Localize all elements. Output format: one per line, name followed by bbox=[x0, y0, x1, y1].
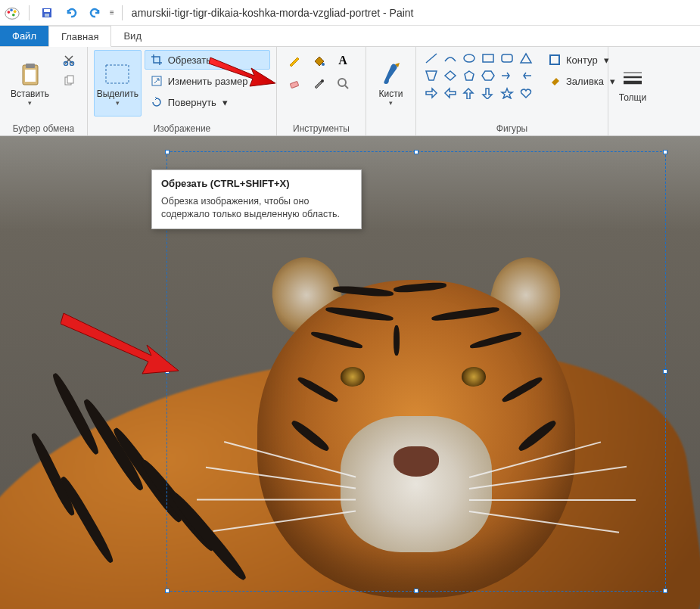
svg-marker-25 bbox=[426, 71, 437, 80]
svg-marker-39 bbox=[61, 313, 179, 374]
svg-point-2 bbox=[10, 8, 13, 11]
group-label-shapes: Фигуры bbox=[422, 122, 602, 134]
svg-rect-7 bbox=[45, 14, 49, 17]
paint-app-icon bbox=[3, 4, 21, 22]
shapes-gallery[interactable] bbox=[422, 50, 535, 101]
crop-tooltip: Обрезать (CTRL+SHIFT+X) Обрезка изображе… bbox=[151, 169, 362, 229]
titlebar: ≡ amurskii-tigr-tigr-dikaia-koshka-morda… bbox=[0, 0, 700, 26]
redo-button[interactable] bbox=[86, 3, 105, 23]
text-tool[interactable]: A bbox=[331, 50, 354, 71]
group-size: Толщи bbox=[608, 47, 657, 135]
svg-marker-27 bbox=[465, 71, 474, 80]
svg-rect-18 bbox=[290, 81, 298, 88]
svg-rect-22 bbox=[483, 54, 493, 62]
paste-button[interactable]: Вставить ▾ bbox=[6, 50, 54, 117]
undo-button[interactable] bbox=[61, 3, 81, 23]
svg-point-1 bbox=[8, 11, 11, 14]
pencil-tool[interactable] bbox=[283, 50, 306, 71]
svg-rect-23 bbox=[502, 54, 512, 62]
svg-marker-31 bbox=[464, 89, 473, 99]
annotation-arrow-crop bbox=[209, 50, 277, 88]
tooltip-body: Обрезка изображения, чтобы оно содержало… bbox=[161, 195, 352, 221]
window-title: amurskii-tigr-tigr-dikaia-koshka-morda-v… bbox=[132, 7, 414, 19]
qat-customize-dropdown[interactable]: ≡ bbox=[110, 8, 114, 17]
size-button[interactable]: Толщи bbox=[614, 50, 651, 117]
group-label-clipboard: Буфер обмена bbox=[6, 122, 81, 134]
svg-marker-24 bbox=[521, 54, 531, 63]
group-tools: A Инструменты bbox=[277, 47, 366, 135]
select-button[interactable]: Выделить ▾ bbox=[94, 50, 142, 117]
svg-marker-26 bbox=[445, 71, 456, 80]
brushes-button[interactable]: Кисти ▾ bbox=[372, 50, 409, 117]
rotate-button[interactable]: Повернуть ▾ bbox=[145, 92, 270, 112]
svg-rect-6 bbox=[44, 9, 50, 12]
tab-view[interactable]: Вид bbox=[111, 26, 154, 46]
group-label-image: Изображение bbox=[94, 122, 270, 134]
svg-point-17 bbox=[322, 63, 325, 66]
ribbon: Вставить ▾ Буфер обмена Выделить ▾ Обрез… bbox=[0, 47, 700, 136]
annotation-arrow-selection bbox=[61, 303, 182, 378]
fill-tool[interactable] bbox=[307, 50, 330, 71]
svg-marker-28 bbox=[482, 71, 494, 80]
svg-point-21 bbox=[464, 54, 474, 62]
tab-file[interactable]: Файл bbox=[0, 26, 48, 46]
magnifier-tool[interactable] bbox=[331, 73, 354, 94]
svg-point-4 bbox=[12, 13, 15, 16]
tooltip-title: Обрезать (CTRL+SHIFT+X) bbox=[161, 178, 352, 189]
svg-marker-30 bbox=[445, 89, 456, 98]
svg-rect-14 bbox=[67, 76, 73, 83]
color-picker-tool[interactable] bbox=[307, 73, 330, 94]
group-shapes: Контур▾ Заливка▾ Фигуры bbox=[416, 47, 608, 135]
svg-rect-9 bbox=[26, 64, 35, 68]
tab-home[interactable]: Главная bbox=[48, 26, 111, 47]
svg-rect-15 bbox=[106, 65, 129, 83]
group-label-tools: Инструменты bbox=[283, 122, 359, 134]
group-brushes: Кисти ▾ bbox=[366, 47, 416, 135]
svg-rect-34 bbox=[550, 55, 559, 64]
save-button[interactable] bbox=[37, 3, 57, 23]
ribbon-tabs: Файл Главная Вид bbox=[0, 26, 700, 47]
eraser-tool[interactable] bbox=[283, 73, 306, 94]
copy-button[interactable] bbox=[57, 71, 81, 91]
quick-access-toolbar: ≡ bbox=[3, 3, 126, 23]
group-clipboard: Вставить ▾ Буфер обмена bbox=[0, 47, 88, 135]
svg-marker-32 bbox=[483, 89, 492, 99]
svg-marker-29 bbox=[426, 89, 437, 98]
svg-point-19 bbox=[321, 79, 324, 82]
svg-marker-33 bbox=[502, 89, 512, 98]
svg-point-3 bbox=[14, 10, 17, 13]
cut-button[interactable] bbox=[57, 50, 81, 70]
svg-rect-10 bbox=[25, 70, 36, 82]
svg-marker-38 bbox=[209, 57, 275, 86]
svg-point-20 bbox=[338, 79, 346, 86]
